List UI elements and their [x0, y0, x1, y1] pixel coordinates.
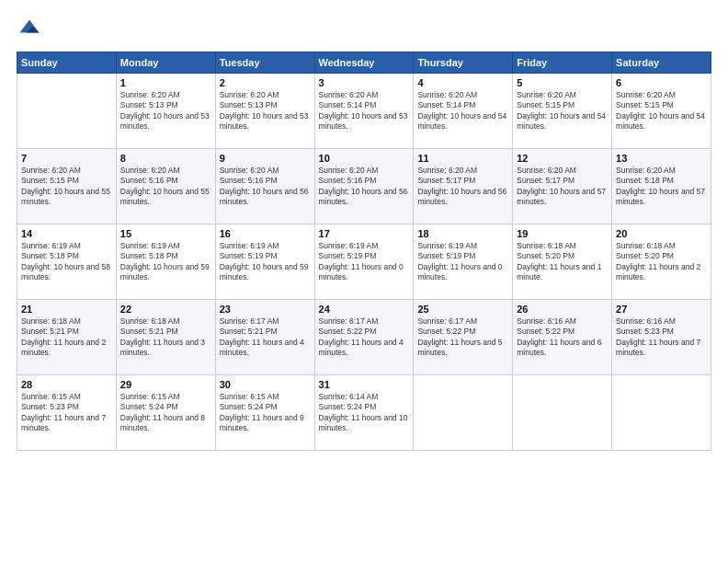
day-detail: Sunrise: 6:15 AMSunset: 5:24 PMDaylight:…	[120, 392, 211, 434]
day-cell: 10Sunrise: 6:20 AMSunset: 5:16 PMDayligh…	[314, 149, 414, 224]
day-cell: 19Sunrise: 6:18 AMSunset: 5:20 PMDayligh…	[513, 224, 612, 300]
col-header-friday: Friday	[513, 52, 612, 74]
day-number: 15	[120, 228, 211, 239]
day-number: 25	[417, 304, 508, 315]
day-cell	[414, 375, 513, 451]
day-number: 16	[220, 228, 311, 239]
day-number: 14	[21, 228, 112, 239]
day-number: 6	[616, 77, 707, 88]
day-number: 11	[417, 153, 508, 164]
day-cell: 24Sunrise: 6:17 AMSunset: 5:22 PMDayligh…	[314, 300, 414, 375]
day-cell: 15Sunrise: 6:19 AMSunset: 5:18 PMDayligh…	[116, 224, 215, 300]
day-cell: 9Sunrise: 6:20 AMSunset: 5:16 PMDaylight…	[215, 149, 314, 224]
day-detail: Sunrise: 6:15 AMSunset: 5:24 PMDaylight:…	[220, 392, 311, 434]
day-cell	[17, 74, 117, 149]
day-number: 22	[120, 304, 211, 315]
day-number: 5	[517, 77, 608, 88]
day-number: 19	[517, 228, 608, 239]
day-cell: 18Sunrise: 6:19 AMSunset: 5:19 PMDayligh…	[414, 224, 513, 300]
week-row-2: 7Sunrise: 6:20 AMSunset: 5:15 PMDaylight…	[17, 149, 711, 224]
day-cell: 21Sunrise: 6:18 AMSunset: 5:21 PMDayligh…	[17, 300, 117, 375]
day-number: 31	[319, 379, 410, 390]
day-number: 30	[220, 379, 311, 390]
day-cell: 30Sunrise: 6:15 AMSunset: 5:24 PMDayligh…	[215, 375, 314, 451]
col-header-monday: Monday	[116, 52, 215, 74]
day-detail: Sunrise: 6:17 AMSunset: 5:22 PMDaylight:…	[319, 316, 410, 359]
day-detail: Sunrise: 6:20 AMSunset: 5:16 PMDaylight:…	[220, 166, 311, 208]
day-detail: Sunrise: 6:20 AMSunset: 5:14 PMDaylight:…	[319, 90, 410, 132]
day-number: 9	[220, 153, 311, 164]
day-number: 4	[417, 77, 508, 88]
day-number: 13	[616, 153, 707, 164]
calendar-table: SundayMondayTuesdayWednesdayThursdayFrid…	[17, 52, 711, 451]
day-cell: 29Sunrise: 6:15 AMSunset: 5:24 PMDayligh…	[116, 375, 215, 451]
day-number: 18	[417, 228, 508, 239]
day-cell: 4Sunrise: 6:20 AMSunset: 5:14 PMDaylight…	[414, 74, 513, 149]
logo	[17, 17, 46, 42]
day-detail: Sunrise: 6:20 AMSunset: 5:17 PMDaylight:…	[517, 166, 608, 208]
day-cell: 22Sunrise: 6:18 AMSunset: 5:21 PMDayligh…	[116, 300, 215, 375]
day-detail: Sunrise: 6:14 AMSunset: 5:24 PMDaylight:…	[319, 392, 410, 434]
day-number: 28	[21, 379, 112, 390]
day-number: 3	[319, 77, 410, 88]
day-cell: 20Sunrise: 6:18 AMSunset: 5:20 PMDayligh…	[612, 224, 711, 300]
day-detail: Sunrise: 6:18 AMSunset: 5:21 PMDaylight:…	[120, 316, 211, 359]
col-header-wednesday: Wednesday	[314, 52, 414, 74]
day-number: 27	[616, 304, 707, 315]
day-detail: Sunrise: 6:16 AMSunset: 5:22 PMDaylight:…	[517, 316, 608, 359]
day-detail: Sunrise: 6:20 AMSunset: 5:16 PMDaylight:…	[319, 166, 410, 208]
day-detail: Sunrise: 6:17 AMSunset: 5:21 PMDaylight:…	[220, 316, 311, 359]
day-cell: 16Sunrise: 6:19 AMSunset: 5:19 PMDayligh…	[215, 224, 314, 300]
day-detail: Sunrise: 6:17 AMSunset: 5:22 PMDaylight:…	[417, 316, 508, 359]
day-cell: 14Sunrise: 6:19 AMSunset: 5:18 PMDayligh…	[17, 224, 117, 300]
day-detail: Sunrise: 6:20 AMSunset: 5:14 PMDaylight:…	[417, 90, 508, 132]
day-number: 1	[120, 77, 211, 88]
day-cell: 12Sunrise: 6:20 AMSunset: 5:17 PMDayligh…	[513, 149, 612, 224]
day-cell: 17Sunrise: 6:19 AMSunset: 5:19 PMDayligh…	[314, 224, 414, 300]
day-detail: Sunrise: 6:18 AMSunset: 5:20 PMDaylight:…	[517, 241, 608, 283]
day-cell: 11Sunrise: 6:20 AMSunset: 5:17 PMDayligh…	[414, 149, 513, 224]
week-row-4: 21Sunrise: 6:18 AMSunset: 5:21 PMDayligh…	[17, 300, 711, 375]
day-number: 20	[616, 228, 707, 239]
day-detail: Sunrise: 6:20 AMSunset: 5:18 PMDaylight:…	[616, 166, 707, 208]
day-cell: 6Sunrise: 6:20 AMSunset: 5:15 PMDaylight…	[612, 74, 711, 149]
col-header-saturday: Saturday	[612, 52, 711, 74]
day-number: 10	[319, 153, 410, 164]
day-cell	[612, 375, 711, 451]
day-detail: Sunrise: 6:20 AMSunset: 5:17 PMDaylight:…	[417, 166, 508, 208]
day-detail: Sunrise: 6:19 AMSunset: 5:19 PMDaylight:…	[220, 241, 311, 283]
logo-icon	[17, 17, 42, 42]
day-number: 12	[517, 153, 608, 164]
day-number: 2	[220, 77, 311, 88]
day-detail: Sunrise: 6:19 AMSunset: 5:19 PMDaylight:…	[319, 241, 410, 283]
day-cell	[513, 375, 612, 451]
week-row-1: 1Sunrise: 6:20 AMSunset: 5:13 PMDaylight…	[17, 74, 711, 149]
col-header-tuesday: Tuesday	[215, 52, 314, 74]
day-detail: Sunrise: 6:20 AMSunset: 5:16 PMDaylight:…	[120, 166, 211, 208]
day-cell: 2Sunrise: 6:20 AMSunset: 5:13 PMDaylight…	[215, 74, 314, 149]
day-number: 23	[220, 304, 311, 315]
day-detail: Sunrise: 6:19 AMSunset: 5:18 PMDaylight:…	[21, 241, 112, 283]
day-number: 29	[120, 379, 211, 390]
day-number: 8	[120, 153, 211, 164]
page: SundayMondayTuesdayWednesdayThursdayFrid…	[0, 0, 728, 563]
day-number: 24	[319, 304, 410, 315]
week-row-3: 14Sunrise: 6:19 AMSunset: 5:18 PMDayligh…	[17, 224, 711, 300]
day-detail: Sunrise: 6:19 AMSunset: 5:18 PMDaylight:…	[120, 241, 211, 283]
day-cell: 3Sunrise: 6:20 AMSunset: 5:14 PMDaylight…	[314, 74, 414, 149]
day-detail: Sunrise: 6:19 AMSunset: 5:19 PMDaylight:…	[417, 241, 508, 283]
day-detail: Sunrise: 6:18 AMSunset: 5:21 PMDaylight:…	[21, 316, 112, 359]
day-cell: 28Sunrise: 6:15 AMSunset: 5:23 PMDayligh…	[17, 375, 117, 451]
col-header-sunday: Sunday	[17, 52, 117, 74]
day-cell: 25Sunrise: 6:17 AMSunset: 5:22 PMDayligh…	[414, 300, 513, 375]
day-cell: 23Sunrise: 6:17 AMSunset: 5:21 PMDayligh…	[215, 300, 314, 375]
day-detail: Sunrise: 6:18 AMSunset: 5:20 PMDaylight:…	[616, 241, 707, 283]
header	[17, 17, 711, 42]
day-cell: 5Sunrise: 6:20 AMSunset: 5:15 PMDaylight…	[513, 74, 612, 149]
day-cell: 13Sunrise: 6:20 AMSunset: 5:18 PMDayligh…	[612, 149, 711, 224]
day-number: 26	[517, 304, 608, 315]
day-cell: 26Sunrise: 6:16 AMSunset: 5:22 PMDayligh…	[513, 300, 612, 375]
day-cell: 7Sunrise: 6:20 AMSunset: 5:15 PMDaylight…	[17, 149, 117, 224]
day-cell: 31Sunrise: 6:14 AMSunset: 5:24 PMDayligh…	[314, 375, 414, 451]
col-header-thursday: Thursday	[414, 52, 513, 74]
